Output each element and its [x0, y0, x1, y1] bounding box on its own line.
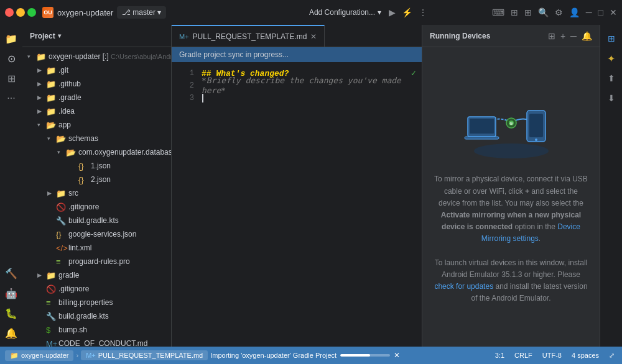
- prop-icon: ≡: [56, 257, 66, 266]
- status-progress-text: Importing 'oxygen-updater' Gradle Projec…: [210, 352, 337, 359]
- tree-item-googleservices[interactable]: ▶ {} google-services.json: [22, 227, 171, 241]
- tree-item-database[interactable]: ▾ 📂 com.oxygenupdater.database.Lo: [22, 145, 171, 159]
- tree-item-bumpsh[interactable]: ▶ $ bump.sh: [22, 323, 171, 337]
- restore-button[interactable]: □: [598, 7, 603, 17]
- activity-build-icon[interactable]: 🔨: [2, 265, 20, 282]
- tree-label: .gradle: [58, 93, 81, 102]
- tree-item-gitignore-app[interactable]: ▶ 🚫 .gitignore: [22, 200, 171, 214]
- xml-icon: </>: [56, 243, 66, 253]
- tree-item-idea[interactable]: ▶ 📁 .idea: [22, 104, 171, 118]
- bookmarks-icon[interactable]: ⊞: [524, 7, 532, 17]
- panel-minimize-icon[interactable]: ─: [570, 31, 577, 41]
- settings-icon[interactable]: ⚙: [555, 7, 563, 17]
- tree-item-2json[interactable]: ▶ {} 2.json: [22, 173, 171, 186]
- status-project-label: oxygen-updater: [21, 352, 68, 359]
- code-line-3: 3: [172, 92, 422, 104]
- tree-item-billing[interactable]: ▶ ≡ billing.properties: [22, 296, 171, 309]
- tree-chevron-icon: ▶: [37, 94, 46, 101]
- add-configuration-button[interactable]: Add Configuration... ▾: [309, 8, 381, 17]
- terminal-icon[interactable]: ⌨: [492, 7, 504, 17]
- tree-item-gradle-folder[interactable]: ▶ 📁 gradle: [22, 268, 171, 282]
- svg-rect-5: [529, 114, 543, 137]
- tree-item-buildgradle-app[interactable]: ▶ 🔧 build.gradle.kts: [22, 214, 171, 227]
- tree-item-schemas[interactable]: ▾ 📂 schemas: [22, 132, 171, 145]
- status-encoding-label: UTF-8: [542, 352, 562, 359]
- editor-content[interactable]: 1 ## What's changed? ✓ 2 *Briefly descri…: [172, 62, 422, 347]
- window-minimize-button[interactable]: [16, 8, 25, 17]
- minimize-button[interactable]: ─: [586, 7, 592, 17]
- activity-project-icon[interactable]: 📁: [2, 30, 20, 47]
- tree-item-src[interactable]: ▶ 📁 src: [22, 186, 171, 200]
- tree-item-lintxml[interactable]: ▶ </> lint.xml: [22, 241, 171, 255]
- status-expand-icon[interactable]: ⤢: [606, 350, 617, 361]
- status-encoding[interactable]: UTF-8: [540, 350, 564, 360]
- file-tree[interactable]: ▾ 📁 oxygen-updater [:] C:\Users\abuja\An…: [22, 47, 171, 347]
- activity-android-icon[interactable]: 🤖: [2, 284, 20, 302]
- panel-layout-icon[interactable]: ⊞: [548, 31, 555, 41]
- branch-chevron-icon: ▾: [157, 8, 161, 17]
- gradle-icon: 🔧: [56, 216, 66, 225]
- tree-item-1json[interactable]: ▶ {} 1.json: [22, 159, 171, 173]
- search-icon[interactable]: 🔍: [538, 7, 549, 17]
- tree-chevron-icon: ▾: [57, 149, 66, 155]
- tree-item-proguard[interactable]: ▶ ≡ proguard-rules.pro: [22, 255, 171, 268]
- activity-merge-icon[interactable]: ⊞: [2, 70, 20, 87]
- sh-icon: $: [46, 325, 56, 335]
- tab-icon: M+: [179, 33, 189, 40]
- folder-icon: 📁: [56, 189, 66, 198]
- close-button[interactable]: ✕: [610, 7, 617, 17]
- panel-add-icon[interactable]: +: [560, 31, 565, 41]
- md-icon: M+: [46, 339, 56, 347]
- status-indentation[interactable]: 4 spaces: [569, 350, 601, 360]
- panel-notifications-icon[interactable]: 🔔: [582, 31, 592, 41]
- status-project-item[interactable]: 📁 oxygen-updater: [5, 350, 73, 361]
- status-lineending-label: CRLF: [514, 352, 532, 359]
- activity-vcs-icon[interactable]: ⊙: [2, 50, 20, 67]
- profile-icon[interactable]: 👤: [569, 7, 580, 17]
- tree-item-gitignore-root[interactable]: ▶ 🚫 .gitignore: [22, 282, 171, 296]
- more-options-icon[interactable]: ⋮: [419, 7, 427, 17]
- tree-item-gradle-root[interactable]: ▶ 📁 .gradle: [22, 91, 171, 104]
- tree-item-codeofconduct[interactable]: ▶ M+ CODE_OF_CONDUCT.md: [22, 337, 171, 347]
- structure-icon[interactable]: ⊞: [511, 7, 518, 17]
- run-icon[interactable]: ▶: [389, 7, 396, 17]
- right-action-layers-icon[interactable]: ⊞: [603, 30, 620, 47]
- branch-selector[interactable]: ⎇ master ▾: [117, 6, 166, 19]
- editor-tabs: M+ PULL_REQUEST_TEMPLATE.md ✕: [172, 25, 422, 47]
- tree-root[interactable]: ▾ 📁 oxygen-updater [:] C:\Users\abuja\An…: [22, 50, 171, 63]
- status-lineending[interactable]: CRLF: [512, 350, 535, 360]
- profile-icon[interactable]: ⚡: [402, 7, 412, 17]
- sidebar-title[interactable]: Project ▾: [30, 32, 61, 40]
- right-action-download-icon[interactable]: ⬇: [603, 89, 620, 107]
- activity-more-icon[interactable]: ···: [2, 89, 20, 107]
- tree-item-app[interactable]: ▾ 📂 app: [22, 118, 171, 132]
- right-action-bar: ⊞ ✦ ⬆ ⬇: [600, 25, 622, 347]
- tree-item-git[interactable]: ▶ 📁 .git: [22, 63, 171, 77]
- tree-label: gradle: [58, 271, 79, 280]
- window-controls: [5, 8, 36, 17]
- svg-text:⊕: ⊕: [509, 121, 513, 125]
- check-for-updates-link[interactable]: check for updates: [434, 282, 493, 291]
- activity-debug-icon[interactable]: 🐛: [2, 304, 20, 322]
- activity-notifications-icon[interactable]: 🔔: [2, 324, 20, 342]
- status-file-item[interactable]: M+ PULL_REQUEST_TEMPLATE.md: [81, 350, 208, 360]
- json-icon: {}: [56, 230, 66, 239]
- window-close-button[interactable]: [5, 8, 14, 17]
- editor-area: M+ PULL_REQUEST_TEMPLATE.md ✕ Gradle pro…: [172, 25, 422, 347]
- status-cancel-icon[interactable]: ✕: [394, 351, 400, 360]
- folder-icon: 📁: [46, 107, 56, 116]
- main-layout: 📁 ⊙ ⊞ ··· 🔨 🤖 🐛 🔔 Project ▾ ▾ 📁 oxygen-u…: [0, 25, 622, 347]
- tab-close-icon[interactable]: ✕: [310, 32, 317, 41]
- right-action-ai-icon[interactable]: ✦: [603, 50, 620, 67]
- status-linecol[interactable]: 3:1: [493, 350, 507, 360]
- editor-tab-pullrequest[interactable]: M+ PULL_REQUEST_TEMPLATE.md ✕: [172, 25, 325, 47]
- tree-chevron-icon: ▶: [37, 67, 46, 73]
- right-action-upload-icon[interactable]: ⬆: [603, 70, 620, 87]
- folder-icon: 📁: [46, 66, 56, 75]
- tree-root-label: oxygen-updater [:] C:\Users\abuja\Andr..…: [49, 52, 171, 61]
- window-maximize-button[interactable]: [27, 8, 36, 17]
- tree-item-github[interactable]: ▶ 📁 .github: [22, 77, 171, 91]
- device-text-5: To launch virtual devices in this window…: [435, 258, 587, 279]
- tree-label: .gitignore: [58, 284, 89, 293]
- tree-item-buildgradle-root[interactable]: ▶ 🔧 build.gradle.kts: [22, 309, 171, 323]
